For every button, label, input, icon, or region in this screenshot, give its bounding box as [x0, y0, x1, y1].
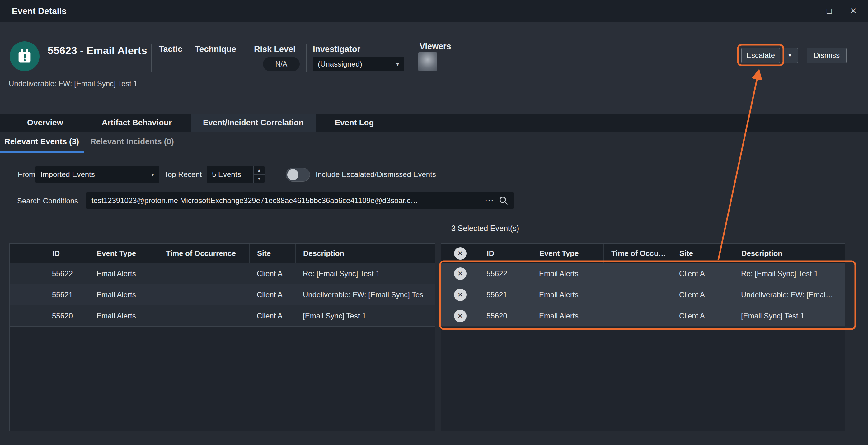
from-label: From: [18, 170, 35, 179]
maximize-icon[interactable]: □: [824, 6, 834, 16]
cell-description: Undeliverable: FW: [Email Sync] Tes: [296, 284, 435, 305]
table-row[interactable]: 55620 Email Alerts Client A [Email Sync]…: [10, 305, 435, 327]
stepper-buttons: ▲ ▼: [253, 166, 265, 183]
from-value: Imported Events: [35, 170, 95, 179]
stepper-down-icon[interactable]: ▼: [254, 174, 265, 183]
cell-event-type: Email Alerts: [89, 263, 158, 284]
viewers-label: Viewers: [420, 42, 451, 51]
minimize-icon[interactable]: −: [800, 6, 810, 16]
cell-id: 55620: [44, 305, 89, 326]
search-conditions-label: Search Conditions: [17, 197, 78, 205]
cell-event-type: Email Alerts: [532, 284, 603, 305]
table-row[interactable]: ✕ 55621 Email Alerts Client A Undelivera…: [441, 284, 845, 305]
tab-event-incident-correlation[interactable]: Event/Incident Correlation: [191, 113, 316, 132]
cell-remove: ✕: [441, 263, 479, 284]
top-recent-stepper[interactable]: 5 Events ▲ ▼: [207, 166, 265, 183]
remove-icon[interactable]: ✕: [454, 288, 467, 301]
remove-icon[interactable]: ✕: [454, 267, 467, 280]
divider: [247, 44, 247, 72]
cell-id: 55621: [479, 284, 532, 305]
header-id: ID: [44, 244, 89, 263]
cell-time: [603, 305, 672, 326]
remove-icon[interactable]: ✕: [454, 310, 467, 322]
event-alert-icon: [10, 41, 39, 71]
search-icon[interactable]: [499, 196, 508, 206]
subtab-relevant-incidents[interactable]: Relevant Incidents (0): [90, 132, 174, 153]
cell-id: 55622: [479, 263, 532, 284]
tab-artifact-behaviour[interactable]: Artifact Behaviour: [83, 113, 191, 132]
selected-events-table: ✕ ID Event Type Time of Occu… Site Descr…: [441, 243, 845, 431]
include-escalated-toggle[interactable]: [286, 168, 310, 182]
cell-description: [Email Sync] Test 1: [296, 305, 435, 326]
header-site: Site: [672, 244, 734, 263]
cell-site: Client A: [672, 284, 734, 305]
header-event-type: Event Type: [89, 244, 158, 263]
top-recent-label: Top Recent: [164, 170, 202, 179]
cell-site: Client A: [249, 284, 296, 305]
header-event-type: Event Type: [532, 244, 603, 263]
calendar-alert-glyph: [16, 47, 33, 65]
stepper-up-icon[interactable]: ▲: [254, 166, 265, 174]
header-select-column: [10, 244, 44, 263]
window-controls: − □ ✕: [800, 6, 859, 16]
event-subtitle: Undeliverable: FW: [Email Sync] Test 1: [9, 79, 137, 88]
cell-id: 55622: [44, 263, 89, 284]
investigator-label: Investigator: [313, 44, 361, 54]
cell-time: [158, 284, 249, 305]
cell-time: [158, 263, 249, 284]
search-conditions-input[interactable]: test12391023@proton.me MicrosoftExchange…: [86, 193, 514, 209]
tab-event-log[interactable]: Event Log: [316, 113, 393, 132]
risk-level-label: Risk Level: [254, 44, 296, 54]
from-select[interactable]: Imported Events ▼: [35, 166, 159, 183]
table-row[interactable]: 55621 Email Alerts Client A Undeliverabl…: [10, 284, 435, 305]
dismiss-button[interactable]: Dismiss: [807, 47, 846, 63]
chevron-down-icon: ▼: [150, 172, 155, 177]
escalate-button[interactable]: Escalate: [741, 47, 780, 63]
cell-time: [158, 305, 249, 326]
main-tabs: Overview Artifact Behaviour Event/Incide…: [0, 113, 868, 132]
cell-select: [10, 263, 44, 284]
divider: [306, 44, 307, 72]
cell-event-type: Email Alerts: [89, 305, 158, 326]
toggle-knob: [287, 169, 299, 180]
viewer-avatar: [418, 52, 437, 71]
cell-site: Client A: [672, 305, 734, 326]
escalate-menu-button[interactable]: ▼: [782, 47, 798, 63]
header-description: Description: [296, 244, 435, 263]
subtab-relevant-events[interactable]: Relevant Events (3): [4, 132, 79, 153]
table-row[interactable]: ✕ 55620 Email Alerts Client A [Email Syn…: [441, 305, 845, 327]
table-row[interactable]: ✕ 55622 Email Alerts Client A Re: [Email…: [441, 263, 845, 284]
divider: [151, 44, 152, 72]
table-row[interactable]: 55622 Email Alerts Client A Re: [Email S…: [10, 263, 435, 284]
investigator-select[interactable]: (Unassigned) ▼: [313, 57, 404, 71]
investigator-value: (Unassigned): [313, 60, 362, 68]
risk-level-value: N/A: [263, 57, 300, 71]
chevron-down-icon: ▼: [395, 62, 400, 67]
cell-id: 55621: [44, 284, 89, 305]
tab-overview[interactable]: Overview: [8, 113, 83, 132]
close-icon[interactable]: ✕: [848, 6, 859, 16]
header-time: Time of Occu…: [603, 244, 672, 263]
cell-site: Client A: [672, 263, 734, 284]
search-conditions-value: test12391023@proton.me MicrosoftExchange…: [86, 193, 514, 209]
cell-event-type: Email Alerts: [532, 263, 603, 284]
remove-all-icon[interactable]: ✕: [454, 247, 467, 260]
selected-events-summary: 3 Selected Event(s): [451, 224, 519, 233]
table-header: ID Event Type Time of Occurrence Site De…: [10, 244, 435, 263]
event-title: 55623 - Email Alerts: [48, 44, 147, 57]
cell-time: [603, 263, 672, 284]
relevant-events-table: ID Event Type Time of Occurrence Site De…: [9, 243, 435, 431]
header-id: ID: [479, 244, 532, 263]
sub-tabs: Relevant Events (3) Relevant Incidents (…: [0, 132, 868, 153]
chevron-down-icon: ▼: [787, 53, 793, 58]
cell-description: Re: [Email Sync] Test 1: [296, 263, 435, 284]
cell-time: [603, 284, 672, 305]
technique-label: Technique: [195, 44, 236, 54]
cell-select: [10, 284, 44, 305]
cell-description: [Email Sync] Test 1: [734, 305, 845, 326]
titlebar: Event Details − □ ✕: [0, 0, 868, 22]
table-header: ✕ ID Event Type Time of Occu… Site Descr…: [441, 244, 845, 263]
cell-id: 55620: [479, 305, 532, 326]
cell-remove: ✕: [441, 284, 479, 305]
more-options-button[interactable]: ⋯: [485, 193, 494, 208]
